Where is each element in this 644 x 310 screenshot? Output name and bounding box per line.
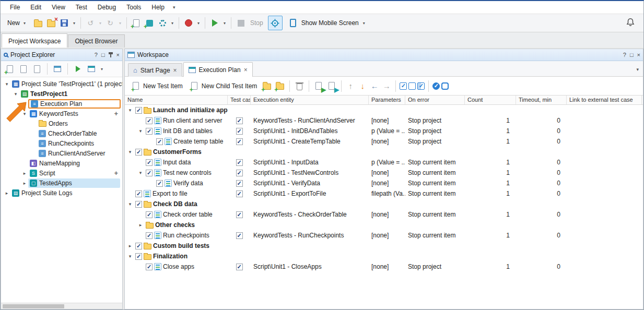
undo-caret-icon[interactable]: ▾ [98, 21, 103, 26]
horizontal-scrollbar[interactable] [1, 303, 122, 309]
scrollbar-thumb[interactable] [3, 304, 64, 308]
test-item-row-test-new-controls[interactable]: ▾Test new controlsScript\Unit1 - TestNew… [125, 168, 643, 178]
close-tab-icon[interactable]: × [173, 67, 177, 74]
item-enabled-checkbox[interactable] [156, 180, 163, 187]
tree-item-checkordertable[interactable]: ≡CheckOrderTable [1, 128, 122, 138]
options-gear-icon[interactable] [157, 17, 168, 29]
disable-item-icon[interactable] [441, 82, 449, 90]
group-row-custom-build-tests[interactable]: ▸Custom build tests [125, 241, 643, 251]
test-case-checkbox[interactable] [236, 138, 243, 145]
group-row-customerforms[interactable]: ▾CustomerForms [125, 147, 643, 157]
item-enabled-checkbox[interactable] [135, 149, 142, 156]
redo-icon[interactable]: ↻ [104, 17, 116, 29]
chevron-down-icon[interactable]: ▾ [3, 81, 10, 87]
add-caret-icon[interactable]: ▾ [170, 21, 175, 26]
group-row-other-checks[interactable]: ▸Other checks [125, 220, 643, 230]
column-header-test-case[interactable]: Test case [228, 96, 251, 104]
stop-icon[interactable] [235, 17, 247, 29]
item-enabled-checkbox[interactable] [135, 201, 142, 208]
tree-item-testedapps[interactable]: ▸▢TestedApps [1, 178, 122, 188]
item-enabled-checkbox[interactable] [146, 232, 153, 239]
tree-item-namemapping[interactable]: ◧NameMapping [1, 158, 122, 168]
add-child-button[interactable]: + [114, 110, 118, 117]
new-child-group-icon[interactable]: + [274, 80, 286, 92]
show-window-icon[interactable] [52, 63, 63, 75]
new-file-icon[interactable] [18, 63, 29, 75]
new-test-item-button[interactable]: + New Test Item [128, 79, 185, 93]
test-case-checkbox[interactable] [236, 232, 243, 239]
menu-item-help[interactable]: Help [146, 2, 170, 13]
tab-project-workspace[interactable]: Project Workspace [2, 33, 67, 47]
test-item-row-input-data[interactable]: Input dataScript\Unit1 - InputDatap (Val… [125, 157, 643, 168]
help-icon[interactable]: ? [95, 52, 98, 58]
test-item-row-close-apps[interactable]: Close appsScript\Unit1 - CloseApps[none]… [125, 261, 643, 272]
menu-item-test[interactable]: Test [71, 2, 92, 13]
undo-icon[interactable]: ↺ [85, 17, 96, 29]
check-children-icon[interactable]: ✓ [417, 82, 425, 90]
menu-item-edit[interactable]: Edit [25, 2, 46, 13]
tree-item-project-suite-testproject1-1-project[interactable]: ▾▦Project Suite 'TestProject1' (1 projec… [1, 79, 122, 89]
chevron-down-icon[interactable]: ▾ [126, 254, 134, 259]
column-header-count[interactable]: Count [465, 96, 516, 104]
chevron-right-icon[interactable]: ▸ [21, 171, 28, 176]
add-new-item-icon[interactable]: + [4, 63, 16, 75]
test-case-checkbox[interactable] [236, 117, 243, 124]
chevron-down-icon[interactable]: ▾ [12, 91, 19, 97]
open-project-icon[interactable] [32, 17, 44, 29]
column-header-execution-entity[interactable]: Execution entity [251, 96, 369, 104]
move-right-icon[interactable]: → [381, 81, 392, 90]
new-child-test-item-button[interactable]: + New Child Test Item [187, 79, 260, 93]
preview-report-icon[interactable]: ▶ [326, 80, 337, 92]
chevron-down-icon[interactable]: ▾ [126, 149, 134, 154]
column-header-link-to-external-test-case[interactable]: Link to external test case [567, 96, 642, 104]
chevron-down-icon[interactable]: ▾ [126, 108, 134, 113]
item-enabled-checkbox[interactable] [146, 117, 153, 124]
menu-item-debug[interactable]: Debug [92, 2, 121, 13]
duplicate-file-icon[interactable] [31, 63, 43, 75]
test-item-row-run-client-and-server[interactable]: Run client and serverKeywordTests - RunC… [125, 115, 643, 126]
group-row-check-db-data[interactable]: ▾Check DB data [125, 199, 643, 209]
move-down-icon[interactable]: ↓ [357, 81, 368, 90]
test-case-checkbox[interactable] [236, 190, 243, 197]
notifications-bell-icon[interactable] [626, 18, 635, 29]
item-enabled-checkbox[interactable] [135, 190, 142, 197]
test-case-checkbox[interactable] [236, 211, 243, 218]
chevron-down-icon[interactable]: ▾ [137, 170, 144, 175]
run-caret-icon[interactable]: ▾ [222, 21, 227, 26]
redo-caret-icon[interactable]: ▾ [118, 21, 123, 26]
item-enabled-checkbox[interactable] [135, 107, 142, 114]
tree-item-runcheckpoints[interactable]: ≡RunCheckpoints [1, 138, 122, 148]
test-case-checkbox[interactable] [236, 170, 243, 176]
test-item-row-verify-data[interactable]: Verify dataScript\Unit1 - VerifyData[non… [125, 178, 643, 188]
new-caret-icon[interactable]: ▾ [22, 21, 27, 26]
new-button[interactable]: New ▾ [4, 17, 31, 29]
chevron-right-icon[interactable]: ▸ [126, 243, 134, 248]
item-enabled-checkbox[interactable] [146, 264, 153, 270]
float-panel-icon[interactable]: □ [630, 52, 634, 58]
tab-start-page[interactable]: ⌂ Start Page × [128, 63, 182, 77]
help-icon[interactable]: ? [623, 52, 626, 58]
menu-item-view[interactable]: View [46, 2, 71, 13]
item-enabled-checkbox[interactable] [135, 253, 142, 260]
uncheck-all-icon[interactable] [408, 82, 416, 90]
item-enabled-checkbox[interactable] [146, 170, 153, 176]
show-mobile-screen-button[interactable]: Show Mobile Screen ▾ [284, 17, 370, 29]
test-item-row-export-to-file[interactable]: Export to fileScript\Unit1 - ExportToFil… [125, 188, 643, 199]
add-new-item-icon[interactable]: + [131, 17, 142, 29]
enable-item-icon[interactable]: ✓ [432, 82, 440, 90]
test-item-row-create-temp-table[interactable]: Create temp tableScript\Unit1 - CreateTe… [125, 136, 643, 147]
tree-item-testproject1[interactable]: ▾▤TestProject1 [1, 89, 122, 99]
close-project-icon[interactable]: × [45, 17, 57, 29]
menu-item-tools[interactable]: Tools [121, 2, 146, 13]
tab-list-caret-icon[interactable]: ▾ [636, 67, 639, 72]
item-enabled-checkbox[interactable] [156, 138, 163, 145]
tree-item-script[interactable]: ▸SScript+ [1, 168, 122, 178]
menu-overflow-icon[interactable]: ▾ [170, 5, 179, 10]
record-caret-icon[interactable]: ▾ [196, 21, 201, 26]
move-up-icon[interactable]: ↑ [345, 81, 356, 90]
tree-item-project-suite-logs[interactable]: ▸▤Project Suite Logs [1, 188, 122, 198]
close-tab-icon[interactable]: × [244, 66, 248, 74]
record-test-icon[interactable] [183, 17, 194, 29]
run-options-caret-icon[interactable]: ▾ [99, 67, 104, 71]
add-child-button[interactable]: + [114, 169, 118, 177]
